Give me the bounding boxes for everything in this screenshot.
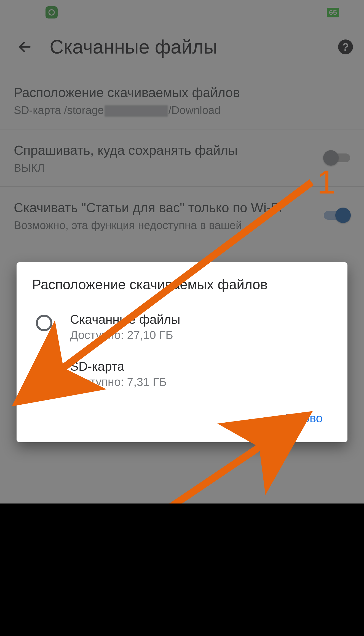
option-sublabel: Доступно: 27,10 ГБ [70,328,336,342]
radio-unchecked-icon [36,315,52,331]
option-label: Скачанные файлы [70,312,336,327]
option-label: SD-карта [70,359,336,374]
dialog-title: Расположение скачиваемых файлов [32,277,336,293]
radio-checked-icon [36,362,52,378]
option-downloaded-files[interactable]: Скачанные файлы Доступно: 27,10 ГБ [32,305,336,352]
option-sublabel: Доступно: 7,31 ГБ [70,375,336,389]
option-sd-card[interactable]: SD-карта Доступно: 7,31 ГБ [32,352,336,399]
download-location-dialog: Расположение скачиваемых файлов Скачанны… [17,262,347,442]
done-button[interactable]: Готово [280,408,328,428]
letterbox-bottom [0,504,364,636]
